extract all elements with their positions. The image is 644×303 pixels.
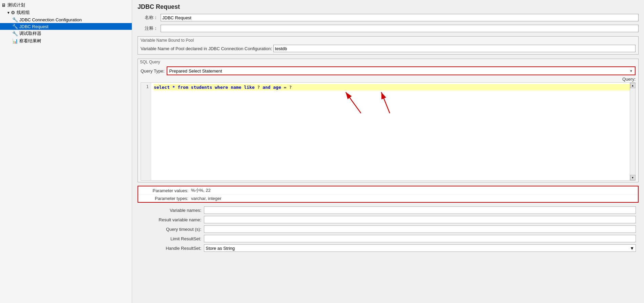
sidebar-item-label: 调试取样器 [19, 31, 41, 37]
variable-name-pool-title: Variable Name Bound to Pool [141, 38, 636, 43]
sidebar-item-label: 测试计划 [7, 2, 25, 8]
code-editor[interactable]: 1 select * from students where name like… [141, 82, 636, 181]
sidebar-item-label: 线程组 [17, 9, 30, 16]
sidebar-item-view-results[interactable]: 📊 察看结果树 [0, 37, 132, 45]
parameter-values-label: Parameter values: [141, 188, 188, 193]
main-panel: JDBC Request 名称： 注释： Variable Name Bound… [132, 0, 644, 303]
sidebar-item-jdbc-request[interactable]: 🔧 JDBC Request [0, 23, 132, 30]
name-row: 名称： [132, 13, 644, 23]
bottom-form: Variable names: Result variable name: Qu… [138, 205, 639, 253]
jdbc-connection-icon: 🔧 [12, 17, 18, 22]
line-number-1: 1 [143, 84, 149, 89]
sidebar: 🖥 测试计划 ▼ ⚙ 线程组 🔧 JDBC Connection Configu… [0, 0, 132, 303]
comment-label: 注释： [138, 25, 158, 32]
expand-icon: ▼ [7, 11, 10, 15]
sidebar-item-thread-group[interactable]: ▼ ⚙ 线程组 [0, 9, 132, 16]
handle-resultset-dropdown-arrow: ▼ [630, 246, 634, 251]
limit-resultset-row: Limit ResultSet: [138, 234, 639, 243]
name-label: 名称： [138, 15, 158, 21]
sidebar-item-test-plan[interactable]: 🖥 测试计划 [0, 1, 132, 9]
debug-sampler-icon: 🔧 [12, 31, 18, 36]
thread-group-icon: ⚙ [11, 10, 15, 15]
sidebar-item-label: JDBC Request [19, 24, 48, 29]
result-variable-label: Result variable name: [140, 217, 201, 222]
limit-resultset-label: Limit ResultSet: [140, 236, 201, 241]
variable-names-input[interactable] [204, 206, 636, 214]
annotation-arrows [151, 83, 635, 178]
line-numbers: 1 [141, 83, 151, 180]
result-variable-row: Result variable name: [138, 215, 639, 224]
query-type-value: Prepared Select Statement [169, 68, 222, 74]
handle-resultset-row: Handle ResultSet: Store as String ▼ [138, 243, 639, 253]
sql-line-1: select * from students where name like ?… [154, 84, 632, 90]
query-timeout-row: Query timeout (s): [138, 224, 639, 234]
editor-scrollbar[interactable]: ▲ ▼ [630, 83, 635, 180]
sidebar-item-debug-sampler[interactable]: 🔧 调试取样器 [0, 30, 132, 37]
sidebar-item-label: JDBC Connection Configuration [19, 17, 82, 22]
result-variable-input[interactable] [204, 216, 636, 223]
parameter-section: Parameter values: %小%, 22 Parameter type… [138, 186, 639, 203]
handle-resultset-label: Handle ResultSet: [140, 246, 201, 251]
sql-query-title: SQL Query [138, 59, 638, 65]
comment-input[interactable] [161, 25, 639, 32]
parameter-types-row: Parameter types: varchar, integer [138, 195, 638, 202]
handle-resultset-select[interactable]: Store as String ▼ [204, 244, 636, 252]
variable-name-pool-input[interactable] [273, 45, 636, 52]
page-title: JDBC Request [132, 0, 644, 13]
parameter-values-row: Parameter values: %小%, 22 [138, 186, 638, 195]
handle-resultset-value: Store as String [206, 246, 235, 251]
variable-name-pool-label: Variable Name of Pool declared in JDBC C… [141, 46, 272, 51]
view-results-icon: 📊 [12, 38, 18, 44]
parameter-types-value[interactable]: varchar, integer [191, 196, 635, 201]
variable-name-pool-section: Variable Name Bound to Pool Variable Nam… [138, 36, 639, 55]
sql-query-section: SQL Query Query Type: Prepared Select St… [138, 59, 639, 182]
variable-name-pool-row: Variable Name of Pool declared in JDBC C… [141, 44, 636, 53]
query-type-row: Query Type: Prepared Select Statement ▼ [138, 65, 638, 77]
parameter-values-value[interactable]: %小%, 22 [191, 187, 635, 194]
jdbc-request-icon: 🔧 [12, 24, 18, 29]
query-timeout-input[interactable] [204, 225, 636, 233]
code-content[interactable]: select * from students where name like ?… [151, 83, 635, 180]
comment-row: 注释： [132, 23, 644, 34]
query-label-text: Query: [622, 77, 636, 82]
sidebar-item-label: 察看结果树 [19, 38, 41, 44]
scroll-up-btn[interactable]: ▲ [630, 83, 636, 88]
name-input[interactable] [161, 14, 639, 21]
variable-names-label: Variable names: [140, 208, 201, 213]
svg-line-3 [381, 92, 390, 113]
limit-resultset-input[interactable] [204, 235, 636, 242]
query-type-select[interactable]: Prepared Select Statement ▼ [167, 66, 636, 75]
parameter-types-label: Parameter types: [141, 196, 188, 201]
query-type-dropdown-arrow: ▼ [629, 69, 633, 73]
svg-line-2 [346, 92, 361, 113]
query-type-label: Query Type: [141, 68, 165, 74]
query-timeout-label: Query timeout (s): [140, 227, 201, 232]
test-plan-icon: 🖥 [1, 2, 6, 8]
scroll-down-btn[interactable]: ▼ [630, 175, 636, 180]
query-label: Query: [138, 77, 638, 82]
sidebar-item-jdbc-connection[interactable]: 🔧 JDBC Connection Configuration [0, 16, 132, 23]
variable-names-row: Variable names: [138, 205, 639, 215]
